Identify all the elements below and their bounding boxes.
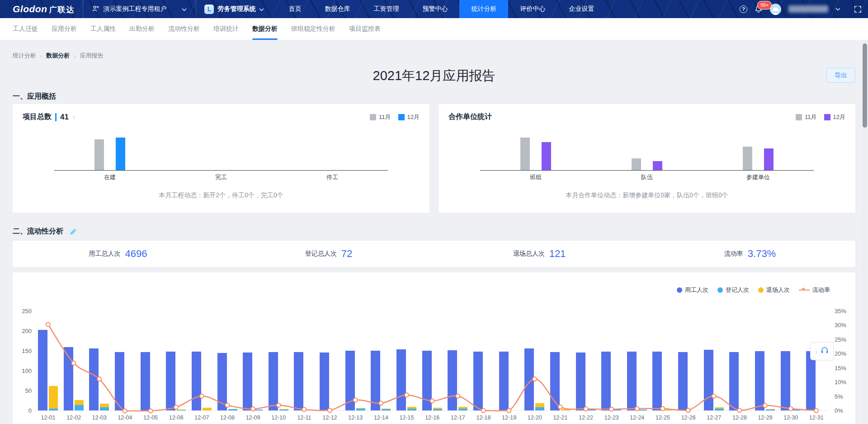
rate-point	[328, 408, 332, 412]
x-axis-tick: 12-06	[163, 414, 189, 421]
y-axis-tick-right: 35%	[835, 308, 854, 314]
chevron-down-icon	[259, 5, 264, 13]
stat-label: 退场总人次	[513, 250, 545, 258]
app-name: 劳务管理系统	[217, 5, 255, 13]
fullscreen-icon[interactable]	[854, 5, 862, 13]
menu-item-4[interactable]: 统计分析	[459, 0, 508, 18]
bar	[520, 138, 530, 170]
legend-line-marker	[799, 290, 810, 291]
legend-label: 退场人次	[766, 286, 790, 294]
menu-item-3[interactable]: 预警中心	[410, 0, 459, 18]
user-name-redacted[interactable]	[788, 5, 828, 13]
stat-item-1: 登记总人次72	[223, 248, 434, 260]
breadcrumb-item-1[interactable]: 数据分析	[46, 52, 70, 60]
legend-item-1[interactable]: 登记人次	[717, 286, 749, 294]
x-axis-tick: 12-14	[368, 414, 394, 421]
rate-point	[481, 409, 486, 413]
legend-item-1[interactable]: 12月	[398, 113, 420, 121]
bar-group	[54, 129, 165, 170]
notification-badge: 99+	[757, 1, 772, 10]
y-axis-tick-right: 10%	[835, 379, 854, 386]
bar	[94, 139, 104, 170]
bar	[116, 138, 125, 170]
legend-item-0[interactable]: 11月	[370, 113, 391, 121]
rate-point	[405, 393, 409, 397]
notification-bell-icon[interactable]: 99+	[755, 5, 763, 13]
rate-point	[737, 408, 741, 412]
legend-label: 12月	[833, 113, 845, 121]
category-label: 班组	[480, 173, 591, 181]
rate-point	[251, 407, 255, 411]
y-axis-tick-right: 15%	[835, 365, 854, 372]
tab-item-2[interactable]: 工人属性	[90, 18, 116, 40]
x-axis-tick: 12-29	[752, 414, 778, 421]
rate-point	[533, 377, 537, 381]
stat-value: 121	[549, 248, 566, 260]
menu-item-5[interactable]: 评价中心	[508, 0, 557, 18]
category-label: 在建	[54, 173, 165, 181]
x-axis-tick: 12-22	[573, 414, 599, 421]
breadcrumb-item-2[interactable]: 应用报告	[80, 52, 104, 60]
breadcrumb-item-0[interactable]: 统计分析	[13, 52, 36, 60]
tab-item-7[interactable]: 班组稳定性分析	[291, 18, 335, 40]
legend-item-2[interactable]: 退场人次	[758, 286, 790, 294]
tab-item-0[interactable]: 工人迁徙	[13, 18, 38, 40]
menu-item-6[interactable]: 企业设置	[557, 0, 606, 18]
menu-item-0[interactable]: 首页	[277, 0, 313, 18]
edit-pencil-icon[interactable]	[70, 228, 77, 235]
chevron-down-icon[interactable]	[835, 8, 840, 11]
rate-point	[456, 394, 460, 398]
tab-item-8[interactable]: 项目监控表	[349, 18, 381, 40]
rate-point	[635, 406, 639, 410]
support-dock[interactable]: ›	[810, 342, 834, 360]
y-axis-tick-right: 5%	[835, 393, 854, 400]
x-axis-tick: 12-16	[420, 414, 445, 421]
card-title-value: 41	[60, 113, 69, 122]
rate-point	[97, 377, 101, 381]
legend-swatch	[370, 114, 376, 120]
mini-bar-chart	[54, 129, 388, 171]
tab-item-5[interactable]: 培训统计	[213, 18, 239, 40]
bar-group	[480, 129, 591, 170]
tab-item-6[interactable]: 数据分析	[252, 18, 278, 40]
category-labels: 班组队伍参建单位	[480, 173, 814, 181]
help-icon[interactable]: ?	[740, 5, 747, 13]
page-title: 2021年12月应用报告	[13, 67, 855, 85]
tab-item-1[interactable]: 应用分析	[52, 18, 77, 40]
legend-label: 流动率	[812, 286, 830, 294]
x-axis-tick: 12-08	[215, 414, 241, 421]
card-footnote: 本月工程动态：新开2个，停工0个，完工0个	[23, 191, 420, 200]
rate-point	[712, 394, 716, 398]
x-axis-tick: 12-15	[394, 414, 420, 421]
legend-item-0[interactable]: 11月	[796, 113, 817, 121]
scrollbar-thumb[interactable]	[863, 43, 867, 128]
tab-item-4[interactable]: 流动性分析	[168, 18, 200, 40]
x-axis-tick: 12-24	[624, 414, 650, 421]
card-legend: 11月12月	[796, 113, 845, 121]
stat-item-3: 流动率3.73%	[645, 248, 855, 260]
menu-item-2[interactable]: 工资管理	[362, 0, 410, 18]
legend-item-1[interactable]: 12月	[824, 113, 845, 121]
stat-value: 4696	[125, 248, 147, 260]
logo-text-cn: 广联达	[49, 5, 75, 15]
mini-bar-chart	[480, 129, 814, 171]
bar	[632, 158, 641, 170]
tab-item-3[interactable]: 出勤分析	[129, 18, 155, 40]
y-axis-tick-left: 100	[14, 367, 32, 374]
bar-group	[703, 129, 814, 170]
legend-item-3[interactable]: 流动率	[799, 286, 830, 294]
legend-item-0[interactable]: 用工人次	[677, 286, 708, 294]
tenant-selector[interactable]: 演示案例工程专用租户	[83, 0, 196, 18]
category-label: 停工	[277, 173, 388, 181]
x-axis-tick: 12-10	[266, 414, 292, 421]
y-axis-tick-right: 30%	[835, 322, 854, 329]
app-switcher[interactable]: L 劳务管理系统	[196, 0, 272, 18]
card-header: 合作单位统计11月12月	[448, 112, 845, 122]
y-axis-tick-left: 0	[14, 407, 32, 414]
rate-point	[660, 406, 665, 410]
menu-item-1[interactable]: 数据仓库	[313, 0, 362, 18]
export-button[interactable]: 导出	[826, 68, 855, 83]
glodon-logo[interactable]: Glodon 广联达	[0, 4, 83, 15]
rate-point	[148, 409, 152, 413]
rate-point	[174, 405, 178, 409]
